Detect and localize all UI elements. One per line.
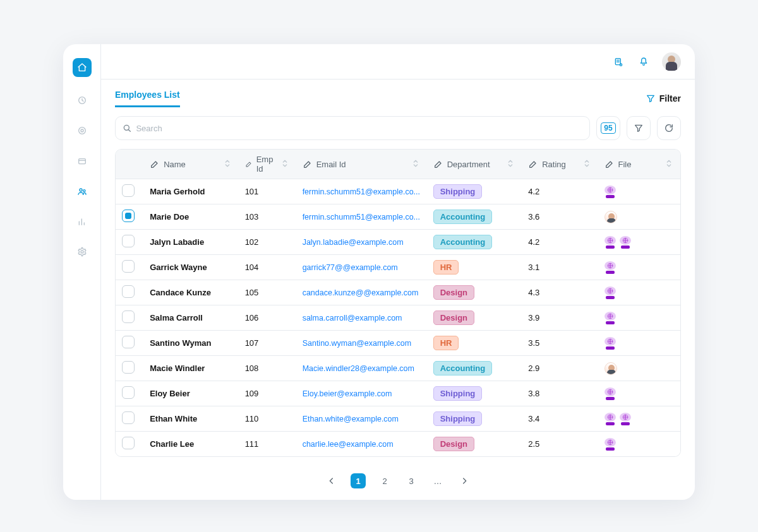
department-badge: HR (433, 336, 459, 350)
sort-icon[interactable] (505, 158, 515, 170)
cell-name: Salma Carroll (143, 305, 238, 331)
pagination: 123… (101, 467, 695, 500)
sidebar-item-dashboard[interactable] (75, 93, 89, 107)
page-2[interactable]: 2 (377, 473, 392, 488)
department-badge: Design (433, 310, 474, 325)
sort-icon[interactable] (222, 158, 232, 170)
email-link[interactable]: fermin.schumm51@example.co... (303, 187, 420, 196)
row-checkbox[interactable] (122, 361, 135, 374)
svg-point-1 (78, 127, 85, 134)
email-link[interactable]: garrick77@@example.com (303, 263, 398, 272)
col-email[interactable]: Email Id (296, 150, 427, 179)
department-badge: Accounting (433, 210, 493, 224)
sidebar-item-employees[interactable] (75, 184, 89, 198)
email-link[interactable]: charlie.lee@example.com (303, 440, 394, 449)
file-attachment-icon[interactable] (605, 438, 616, 451)
row-checkbox[interactable] (122, 336, 135, 348)
file-attachment-icon[interactable] (620, 236, 631, 249)
file-attachment-icon[interactable] (605, 387, 616, 400)
row-checkbox[interactable] (122, 210, 135, 222)
cell-file (598, 432, 680, 457)
cell-department: Shipping (427, 381, 522, 406)
col-rating[interactable]: Rating (522, 150, 598, 179)
email-link[interactable]: Eloy.beier@example.com (303, 389, 392, 398)
page-3[interactable]: 3 (404, 473, 419, 488)
sidebar-item-settings[interactable] (75, 245, 89, 259)
row-checkbox[interactable] (122, 260, 135, 273)
email-link[interactable]: fermin.schumm51@example.co... (303, 213, 420, 222)
file-attachment-icon[interactable] (605, 312, 616, 324)
toolbar-refresh-button[interactable] (657, 116, 681, 140)
cell-file (598, 255, 680, 280)
table-row: Eloy Beier109Eloy.beier@example.comShipp… (116, 381, 680, 406)
col-select (116, 150, 143, 179)
cell-file (598, 305, 680, 331)
col-emp-id[interactable]: Emp Id (239, 150, 296, 179)
row-checkbox[interactable] (122, 235, 135, 247)
email-link[interactable]: candace.kunze@@example.com (303, 288, 419, 297)
tab-employees-list[interactable]: Employees List (115, 90, 180, 107)
cell-department: Shipping (427, 179, 522, 204)
sidebar-item-target[interactable] (75, 124, 89, 138)
cell-file (598, 381, 680, 406)
cell-name: Marie Doe (143, 204, 238, 230)
page-head: Employees List Filter (101, 80, 695, 107)
row-checkbox[interactable] (122, 386, 135, 399)
svg-point-9 (124, 125, 129, 130)
cell-emp-id: 105 (239, 280, 296, 305)
file-attachment-icon[interactable] (605, 287, 616, 299)
file-attachment-icon[interactable] (605, 413, 616, 425)
cell-file (598, 331, 680, 356)
sidebar-item-inbox[interactable] (75, 154, 89, 168)
file-attachment-icon[interactable] (605, 337, 616, 350)
notes-icon[interactable] (611, 55, 625, 69)
cell-rating: 3.1 (522, 255, 598, 280)
col-department[interactable]: Department (427, 150, 522, 179)
row-checkbox[interactable] (122, 310, 135, 323)
bell-icon[interactable] (637, 55, 651, 69)
department-badge: Shipping (433, 184, 483, 199)
user-avatar[interactable] (662, 52, 681, 71)
email-link[interactable]: Jalyn.labadie@example.com (303, 238, 404, 247)
cell-emp-id: 101 (239, 179, 296, 204)
cell-file (598, 204, 680, 230)
page-prev[interactable] (324, 473, 339, 488)
page-next[interactable] (457, 473, 472, 488)
search-input[interactable] (135, 123, 583, 134)
row-checkbox[interactable] (122, 437, 135, 449)
sort-icon[interactable] (664, 158, 674, 170)
row-checkbox[interactable] (122, 411, 135, 424)
cell-rating: 3.8 (522, 381, 598, 406)
email-link[interactable]: Ethan.white@example.com (303, 415, 399, 423)
col-name[interactable]: Name (143, 150, 238, 179)
sort-icon[interactable] (411, 158, 421, 170)
page-1[interactable]: 1 (351, 473, 366, 488)
toolbar-filter-button[interactable] (627, 116, 651, 140)
employee-table: Name Emp Id Email Id (115, 149, 681, 457)
email-link[interactable]: Santino.wyman@example.com (303, 339, 412, 348)
department-badge: Accounting (433, 361, 493, 375)
sidebar-item-reports[interactable] (75, 215, 89, 228)
col-file[interactable]: File (598, 150, 680, 179)
cell-department: HR (427, 331, 522, 356)
cell-name: Ethan White (143, 406, 238, 432)
brand-logo[interactable] (73, 58, 92, 77)
row-checkbox[interactable] (122, 285, 135, 298)
email-link[interactable]: Macie.windler28@example.com (303, 364, 414, 373)
file-attachment-icon[interactable] (605, 261, 616, 274)
sort-icon[interactable] (280, 158, 290, 170)
sort-icon[interactable] (582, 158, 592, 170)
department-badge: Shipping (433, 411, 483, 426)
email-link[interactable]: salma.carroll@example.com (303, 314, 402, 322)
file-avatar-icon[interactable] (605, 211, 617, 223)
file-attachment-icon[interactable] (620, 413, 631, 425)
file-attachment-icon[interactable] (605, 236, 616, 249)
row-checkbox[interactable] (122, 184, 135, 197)
edit-icon (303, 159, 313, 169)
file-attachment-icon[interactable] (605, 186, 616, 198)
cell-department: Design (427, 305, 522, 331)
file-avatar-icon[interactable] (605, 362, 617, 375)
cell-name: Santino Wyman (143, 331, 238, 356)
department-badge: Design (433, 437, 474, 451)
filter-button[interactable]: Filter (646, 93, 681, 103)
